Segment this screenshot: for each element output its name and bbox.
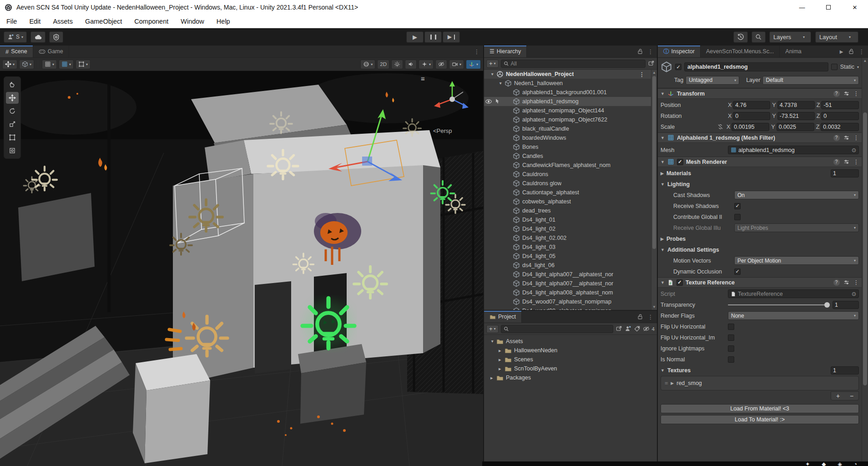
hidden-packages-icon[interactable] (643, 325, 650, 332)
gameobject-icon[interactable] (661, 61, 672, 73)
hierarchy-item[interactable]: Cauldrons glow ⋮ (484, 179, 651, 188)
open-new-window-icon[interactable] (616, 325, 622, 332)
texture-reference-header[interactable]: ▼ # ✓ Texture Reference ? ⋮ (658, 277, 862, 288)
hierarchy-item[interactable]: alphatest_nomipmap_Object7622 ⋮ (484, 115, 651, 124)
static-dropdown-icon[interactable]: ▾ (857, 65, 859, 69)
layers-dropdown[interactable]: Layers ▾ (769, 31, 811, 43)
project-item[interactable]: Scenes (484, 355, 657, 364)
snap-increment-button[interactable]: ▾ (59, 60, 74, 69)
help-icon[interactable]: ? (833, 135, 840, 141)
menu-window[interactable]: Window (181, 18, 204, 25)
link-broken-icon[interactable] (717, 123, 724, 130)
transparency-value-field[interactable]: 1 (833, 301, 859, 309)
inspector-scrollbar[interactable]: ▲ ▼ (862, 58, 868, 466)
mesh-renderer-header[interactable]: ▼ ✓ Mesh Renderer ? ⋮ (658, 157, 862, 167)
mesh-filter-header[interactable]: ▼ Alphablend 1_redsmog (Mesh Filter) ? ⋮ (658, 132, 862, 143)
grid-snapping-button[interactable]: ▾ (76, 60, 91, 69)
hierarchy-item[interactable]: Neden1_halloween ⋮ (484, 79, 651, 88)
hierarchy-item[interactable]: Ds4_light_05 ⋮ (484, 252, 651, 261)
scene-lighting-button[interactable] (391, 60, 403, 69)
contribute-gi-checkbox[interactable] (734, 214, 741, 220)
tray-icon-1[interactable]: ✦ (805, 461, 810, 466)
minimize-button[interactable]: — (789, 0, 815, 15)
hierarchy-search-input[interactable]: All (501, 60, 646, 68)
camera-settings-button[interactable]: ▾ (449, 60, 464, 69)
close-button[interactable]: ✕ (842, 0, 868, 15)
hierarchy-item[interactable]: Ds4_wood08_alphatest_nomipmap ⋮ (484, 306, 651, 310)
menu-help[interactable]: Help (217, 18, 230, 25)
transform-tool[interactable] (6, 145, 19, 157)
render-flags-dropdown[interactable]: None▾ (728, 311, 859, 320)
hierarchy-item[interactable]: Ds4_light_01 ⋮ (484, 215, 651, 224)
draw-mode-button[interactable]: ▾ (360, 60, 375, 69)
add-element-button[interactable]: + (836, 392, 840, 400)
open-new-window-icon[interactable] (648, 60, 655, 67)
lock-icon[interactable] (848, 48, 854, 55)
hierarchy-item[interactable]: cobwebs_alphatest ⋮ (484, 197, 651, 206)
kebab-menu-icon[interactable]: ⋮ (853, 90, 859, 97)
preset-icon[interactable] (843, 91, 850, 97)
create-button[interactable]: +▾ (486, 60, 499, 68)
hierarchy-item[interactable]: Bones ⋮ (484, 142, 651, 152)
help-icon[interactable]: ? (833, 159, 840, 165)
kebab-menu-icon[interactable]: ⋮ (648, 314, 654, 320)
hierarchy-item[interactable]: alphablend1_redsmog ⋮ (484, 97, 651, 106)
tray-icon-4[interactable]: ◔ (854, 461, 857, 466)
account-button[interactable]: S ▾ (4, 31, 27, 43)
receive-shadows-checkbox[interactable]: ✓ (734, 203, 741, 209)
pause-button[interactable] (424, 31, 442, 43)
object-picker-icon[interactable]: ⊙ (852, 291, 856, 297)
object-picker-icon[interactable]: ⊙ (852, 147, 856, 153)
preset-icon[interactable] (843, 135, 850, 141)
hierarchy-item[interactable]: Ds4_light_alpha008_alphatest_nom ⋮ (484, 288, 651, 297)
static-checkbox[interactable] (831, 64, 838, 70)
kebab-menu-icon[interactable]: ⋮ (853, 158, 859, 165)
preset-icon[interactable] (843, 159, 850, 165)
foldout-icon[interactable]: ▶ (661, 237, 664, 241)
maximize-button[interactable] (815, 0, 842, 15)
active-checkbox[interactable]: ✓ (675, 64, 681, 70)
hierarchy-item[interactable]: Ds4_light_alpha007__alphatest_nor ⋮ (484, 279, 651, 288)
help-icon[interactable]: ? (833, 279, 840, 286)
foldout-icon[interactable]: ▼ (661, 136, 665, 140)
help-icon[interactable]: ? (833, 91, 840, 97)
undo-history-button[interactable] (733, 31, 748, 43)
hierarchy-item[interactable]: Ds4_light_02.002 ⋮ (484, 233, 651, 243)
layer-dropdown[interactable]: Default▾ (762, 76, 859, 85)
object-name-field[interactable]: alphablend1_redsmog (684, 62, 828, 71)
hierarchy-item[interactable]: NedenHalloween_Project ⋮ (484, 70, 651, 79)
rotation-y-field[interactable]: -73.521 (777, 112, 815, 120)
component-enabled-checkbox[interactable]: ✓ (677, 159, 683, 165)
position-z-field[interactable]: -51 (821, 101, 859, 109)
expander-icon[interactable] (499, 366, 505, 372)
position-x-field[interactable]: 4.76 (733, 101, 770, 109)
component-enabled-checkbox[interactable]: ✓ (676, 279, 683, 286)
scene-audio-button[interactable] (405, 60, 417, 69)
kebab-menu-icon[interactable]: ⋮ (639, 71, 645, 78)
kebab-menu-icon[interactable]: ⋮ (648, 48, 654, 55)
kebab-menu-icon[interactable]: ⋮ (474, 48, 480, 55)
lock-icon[interactable] (637, 48, 643, 55)
tray-icon-2[interactable]: ◆ (822, 461, 826, 466)
hierarchy-item[interactable]: ds4_light_06 ⋮ (484, 261, 651, 270)
foldout-icon[interactable]: ▼ (661, 280, 665, 285)
create-button[interactable]: +▾ (486, 325, 499, 333)
transparency-slider[interactable] (728, 301, 830, 309)
expander-icon[interactable] (490, 375, 496, 381)
kebab-menu-icon[interactable]: ⋮ (853, 279, 859, 286)
view-hand-tool[interactable] (6, 79, 19, 91)
hierarchy-scrollbar[interactable]: ▲ ▼ (651, 70, 657, 310)
load-from-material-button[interactable]: Load From Material! <3 (661, 404, 859, 413)
collab-badge-button[interactable] (49, 31, 63, 43)
hierarchy-item[interactable]: alphablend1_background001.001 ⋮ (484, 88, 651, 97)
hierarchy-item[interactable]: dead_trees ⋮ (484, 206, 651, 215)
foldout-icon[interactable]: ▼ (661, 248, 665, 252)
is-normal-checkbox[interactable] (728, 356, 734, 363)
foldout-icon[interactable]: ▼ (661, 182, 665, 187)
perspective-toggle[interactable]: <Persp (433, 127, 452, 134)
flip-uv-checkbox[interactable] (728, 324, 734, 330)
favorites-icon[interactable] (625, 325, 631, 332)
scale-z-field[interactable]: 0.0032 (821, 123, 859, 131)
hierarchy-item[interactable]: Candles ⋮ (484, 152, 651, 161)
scene-viewport[interactable]: ≡ <Persp (0, 71, 483, 466)
